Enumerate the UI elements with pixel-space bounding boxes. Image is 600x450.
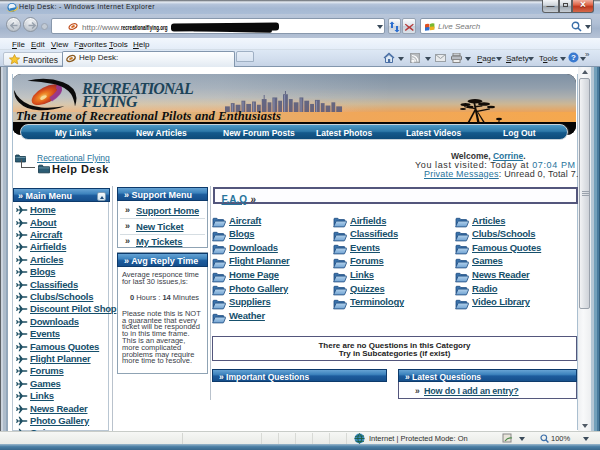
svg-text:?: ? (571, 53, 576, 62)
